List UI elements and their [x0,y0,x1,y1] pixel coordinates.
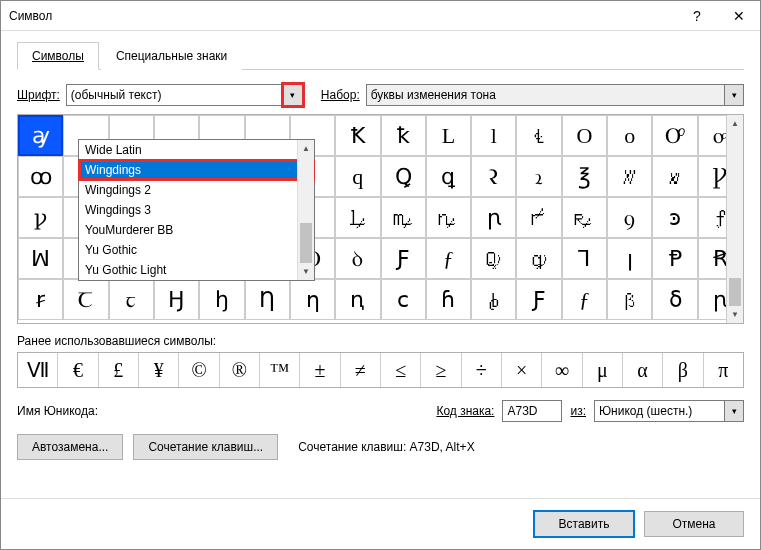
font-option[interactable]: Wingdings [79,160,314,180]
from-dropdown-button[interactable]: ▾ [724,400,744,422]
tab-symbols[interactable]: Символы [17,42,99,70]
glyph-cell[interactable]: ꝵ [516,197,561,238]
glyph-cell[interactable]: ꜽ [18,115,63,156]
glyph-cell[interactable]: Ɬ [516,115,561,156]
glyph-cell[interactable]: Ꝛ [471,156,516,197]
help-button[interactable]: ? [676,1,718,30]
glyph-cell[interactable]: ꞧ [18,279,63,320]
autocorrect-button[interactable]: Автозамена... [17,434,123,460]
font-option[interactable]: Yu Gothic [79,240,314,260]
glyph-cell[interactable]: Ꝁ [335,115,380,156]
scroll-thumb[interactable] [729,278,741,306]
glyph-cell[interactable]: ꝙ [516,238,561,279]
recent-symbol[interactable]: Ⅶ [18,353,58,387]
glyph-cell[interactable]: Ꝍ [652,115,697,156]
glyph-cell[interactable]: ẟ [652,279,697,320]
glyph-cell[interactable]: ɦ [426,279,471,320]
glyph-cell[interactable]: Ƞ [245,279,290,320]
font-option[interactable]: Wingdings 3 [79,200,314,220]
glyph-cell[interactable]: ꟽ [18,238,63,279]
glyph-cell[interactable]: ƞ [290,279,335,320]
font-option[interactable]: Yu Gothic Light [79,260,314,280]
glyph-cell[interactable]: Ᵽ [652,238,697,279]
tab-special[interactable]: Специальные знаки [101,42,242,70]
recent-symbol[interactable]: ± [300,353,340,387]
set-input[interactable] [366,84,744,106]
scroll-down-icon[interactable]: ▼ [727,306,743,323]
cancel-button[interactable]: Отмена [644,511,744,537]
glyph-cell[interactable]: ꝺ [335,238,380,279]
font-dropdown-button[interactable]: ▾ [281,82,305,108]
recent-symbol[interactable]: ¥ [139,353,179,387]
recent-symbol[interactable]: π [704,353,743,387]
glyph-cell[interactable]: ꞵ [607,279,652,320]
recent-symbol[interactable]: ≤ [381,353,421,387]
recent-symbol[interactable]: ÷ [462,353,502,387]
set-dropdown-button[interactable]: ▾ [724,84,744,106]
glyph-cell[interactable]: ℥ [562,156,607,197]
recent-symbol[interactable]: β [663,353,703,387]
glyph-cell[interactable]: ꝁ [381,115,426,156]
glyph-cell[interactable]: O [562,115,607,156]
glyph-cell[interactable]: o [607,115,652,156]
glyph-cell[interactable]: Ƒ [516,279,561,320]
glyph-cell[interactable]: ꝯ [607,197,652,238]
glyph-cell[interactable]: ꝟ [652,156,697,197]
glyph-cell[interactable]: Ꞇ [63,279,108,320]
font-option[interactable]: Wingdings 2 [79,180,314,200]
glyph-cell[interactable]: ꝴ [426,197,471,238]
glyph-cell[interactable]: Ƒ [381,238,426,279]
shortcut-button[interactable]: Сочетание клавиш... [133,434,278,460]
glyph-cell[interactable]: ꝲ [335,197,380,238]
glyph-cell[interactable]: ꝗ [426,156,471,197]
glyph-cell[interactable]: Ꞁ [562,238,607,279]
recent-symbol[interactable]: £ [99,353,139,387]
glyph-cell[interactable]: ⅽ [381,279,426,320]
glyph-cell[interactable]: q [335,156,380,197]
recent-symbol[interactable]: © [179,353,219,387]
scroll-up-icon[interactable]: ▲ [727,115,743,132]
glyph-cell[interactable]: ꜿ [652,197,697,238]
glyph-cell[interactable]: ꝛ [516,156,561,197]
recent-symbol[interactable]: ™ [260,353,300,387]
dropdown-scrollbar[interactable]: ▲ ▼ [297,140,314,280]
glyph-cell[interactable]: ꝶ [562,197,607,238]
close-button[interactable]: ✕ [718,1,760,30]
glyph-cell[interactable]: ꝩ [18,197,63,238]
glyph-cell[interactable]: Ꝙ [471,238,516,279]
glyph-cell[interactable]: ꝏ [18,156,63,197]
grid-scrollbar[interactable]: ▲ ▼ [726,115,743,323]
font-option[interactable]: Wide Latin [79,140,314,160]
glyph-cell[interactable]: ƒ [562,279,607,320]
glyph-cell[interactable]: L [426,115,471,156]
glyph-cell[interactable]: Ꜧ [154,279,199,320]
font-input[interactable] [66,84,303,106]
dropdown-scroll-up-icon[interactable]: ▲ [298,140,314,157]
code-input[interactable] [502,400,562,422]
glyph-cell[interactable]: Ꝗ [381,156,426,197]
recent-symbol[interactable]: ® [220,353,260,387]
insert-button[interactable]: Вставить [534,511,634,537]
glyph-cell[interactable]: l [471,115,516,156]
glyph-cell[interactable]: ꞇ [109,279,154,320]
dropdown-scroll-thumb[interactable] [300,223,312,263]
recent-symbol[interactable]: ∞ [542,353,582,387]
glyph-cell[interactable]: ꞁ [607,238,652,279]
recent-symbol[interactable]: ≥ [421,353,461,387]
glyph-cell[interactable]: ꜧ [199,279,244,320]
glyph-cell[interactable]: ꞗ [471,279,516,320]
recent-symbol[interactable]: € [58,353,98,387]
glyph-cell[interactable]: ƒ [426,238,471,279]
recent-symbol[interactable]: ≠ [341,353,381,387]
window-title: Символ [9,9,676,23]
glyph-cell[interactable]: ꝳ [381,197,426,238]
dropdown-scroll-down-icon[interactable]: ▼ [298,263,314,280]
recent-symbol[interactable]: × [502,353,542,387]
from-input[interactable] [594,400,744,422]
glyph-cell[interactable]: ꞃ [471,197,516,238]
recent-symbol[interactable]: μ [583,353,623,387]
font-option[interactable]: YouMurderer BB [79,220,314,240]
glyph-cell[interactable]: ꞑ [335,279,380,320]
glyph-cell[interactable]: Ꝟ [607,156,652,197]
recent-symbol[interactable]: α [623,353,663,387]
